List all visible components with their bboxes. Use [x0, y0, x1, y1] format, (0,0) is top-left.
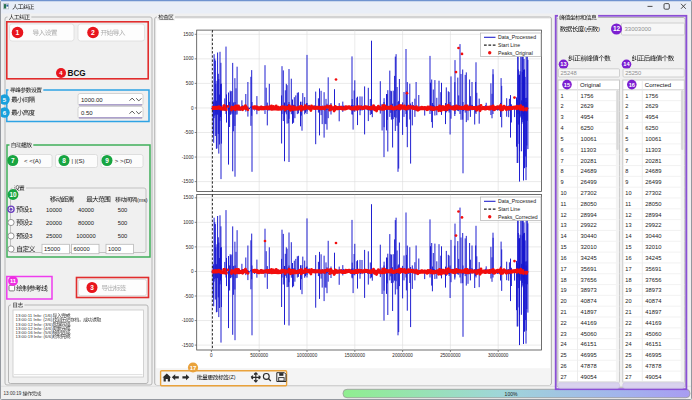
svg-text:500: 500: [186, 81, 194, 86]
svg-text:46151: 46151: [581, 341, 597, 347]
svg-text:47878: 47878: [645, 363, 661, 369]
svg-text:28994: 28994: [645, 212, 662, 218]
svg-text:6: 6: [625, 147, 628, 153]
svg-text:4954: 4954: [581, 114, 595, 120]
svg-text:Original: Original: [580, 82, 601, 88]
svg-text:Peaks_Corrected: Peaks_Corrected: [498, 214, 538, 220]
svg-text:13:00:19 Info: (6/6): 13:00:19 Info: (6/6): [16, 334, 54, 339]
svg-text:> >(D): > >(D): [115, 157, 132, 164]
svg-text:1: 1: [561, 93, 564, 99]
svg-text:8: 8: [561, 168, 564, 174]
svg-text:15000000: 15000000: [345, 353, 366, 358]
svg-text:15: 15: [564, 82, 570, 88]
svg-text:6: 6: [3, 109, 7, 116]
svg-text:28050: 28050: [645, 201, 661, 207]
svg-text:40874: 40874: [645, 298, 662, 304]
svg-text:27: 27: [561, 374, 567, 380]
svg-text:25000000: 25000000: [440, 353, 461, 358]
svg-text:(: (: [584, 26, 586, 32]
svg-text:Start Line: Start Line: [498, 42, 520, 48]
svg-text:46151: 46151: [645, 341, 661, 347]
svg-text:0: 0: [191, 106, 194, 111]
svg-text:8: 8: [62, 157, 66, 164]
svg-text:46995: 46995: [581, 352, 597, 358]
svg-text:2: 2: [29, 219, 33, 226]
svg-text:15: 15: [625, 244, 631, 250]
svg-text:13: 13: [560, 61, 566, 67]
svg-text:-1000: -1000: [182, 155, 194, 160]
svg-text:7: 7: [11, 157, 15, 164]
svg-text:15000: 15000: [44, 246, 60, 252]
svg-text:-1000: -1000: [182, 318, 194, 323]
svg-text:44169: 44169: [581, 320, 597, 326]
svg-text:26499: 26499: [581, 179, 597, 185]
svg-text:9: 9: [625, 179, 628, 185]
svg-text:20281: 20281: [645, 158, 661, 164]
svg-text:1: 1: [29, 206, 33, 213]
svg-text:11: 11: [625, 201, 631, 207]
svg-text:4: 4: [561, 125, 564, 131]
svg-text:6: 6: [561, 147, 564, 153]
svg-text:49054: 49054: [645, 374, 662, 380]
svg-text:24689: 24689: [645, 168, 661, 174]
svg-text:20: 20: [625, 298, 631, 304]
svg-text:32010: 32010: [645, 244, 661, 250]
svg-text:): ): [598, 26, 600, 32]
svg-text:49054: 49054: [581, 374, 598, 380]
svg-text:60000: 60000: [74, 246, 90, 252]
svg-text:(Z): (Z): [229, 374, 236, 380]
svg-text:1: 1: [625, 93, 628, 99]
svg-text:27302: 27302: [645, 190, 661, 196]
svg-text:25250: 25250: [625, 70, 641, 76]
svg-text:16: 16: [629, 82, 635, 88]
svg-text:6250: 6250: [581, 125, 594, 131]
svg-text:| |(S): | |(S): [72, 157, 85, 164]
svg-text:12: 12: [625, 212, 631, 218]
svg-text:11: 11: [10, 278, 17, 284]
svg-text:23: 23: [625, 331, 631, 337]
svg-text:29922: 29922: [645, 222, 661, 228]
svg-text:22: 22: [625, 320, 631, 326]
svg-text:8: 8: [625, 168, 628, 174]
svg-text:500: 500: [118, 220, 128, 226]
svg-text:12: 12: [613, 25, 621, 32]
svg-text:24689: 24689: [581, 168, 597, 174]
svg-text:Start Line: Start Line: [498, 206, 520, 212]
svg-text:3: 3: [625, 114, 628, 120]
svg-text:25: 25: [561, 352, 567, 358]
svg-text:37656: 37656: [645, 277, 661, 283]
svg-text:5: 5: [561, 136, 564, 142]
svg-text:20: 20: [561, 298, 567, 304]
svg-text:9: 9: [105, 157, 109, 164]
svg-text:1000: 1000: [108, 246, 121, 252]
svg-text:21: 21: [625, 309, 631, 315]
svg-text:40874: 40874: [581, 298, 598, 304]
svg-text:10: 10: [625, 190, 631, 196]
svg-text:< <(A): < <(A): [24, 157, 41, 164]
svg-text:14: 14: [561, 233, 567, 239]
svg-text:45060: 45060: [645, 331, 661, 337]
svg-text:0: 0: [191, 269, 194, 274]
svg-text:26499: 26499: [645, 179, 661, 185]
svg-text:Corrected: Corrected: [645, 82, 671, 88]
svg-text:100%: 100%: [505, 391, 518, 397]
svg-text:1756: 1756: [581, 93, 594, 99]
svg-text:34245: 34245: [645, 255, 661, 261]
svg-text:0.50: 0.50: [81, 110, 93, 116]
svg-text:11303: 11303: [581, 147, 597, 153]
svg-text:0: 0: [210, 353, 213, 358]
svg-text:15: 15: [561, 244, 567, 250]
svg-text:11303: 11303: [645, 147, 661, 153]
svg-text:27: 27: [625, 374, 631, 380]
svg-text:1500: 1500: [183, 195, 194, 200]
svg-text:-1500: -1500: [182, 179, 194, 184]
svg-text:5000000: 5000000: [250, 353, 268, 358]
svg-text:5: 5: [625, 136, 628, 142]
svg-text:28050: 28050: [581, 201, 597, 207]
svg-text:18: 18: [625, 277, 631, 283]
svg-text:17: 17: [190, 365, 197, 371]
svg-text:4954: 4954: [645, 114, 659, 120]
svg-text:1000: 1000: [183, 56, 194, 61]
svg-text:14: 14: [625, 233, 631, 239]
svg-text:26: 26: [561, 363, 567, 369]
